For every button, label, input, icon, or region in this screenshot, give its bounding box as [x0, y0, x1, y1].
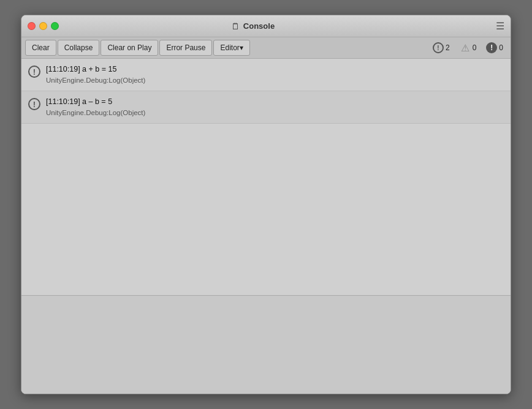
warning-badge[interactable]: ⚠ 0	[456, 41, 481, 54]
error-count: 0	[499, 43, 503, 52]
error-pause-button[interactable]: Error Pause	[159, 40, 212, 56]
log-entry-2[interactable]: ! [11:10:19] a – b = 5 UnityEngine.Debug…	[21, 91, 511, 124]
window-title: Console	[243, 21, 275, 31]
log-icon-1: !	[28, 65, 41, 78]
log-list: ! [11:10:19] a + b = 15 UnityEngine.Debu…	[21, 59, 511, 296]
title-section: 🗒 Console	[21, 21, 491, 31]
log-message-content-1: a + b = 15	[82, 65, 116, 73]
warning-icon: ⚠	[460, 42, 471, 53]
error-icon: !	[486, 42, 497, 53]
collapse-button[interactable]: Collapse	[58, 40, 100, 56]
clear-on-play-button[interactable]: Clear on Play	[101, 40, 158, 56]
console-window: 🗒 Console ☰ Clear Collapse Clear on Play…	[21, 15, 511, 394]
log-timestamp-1: [11:10:19]	[46, 65, 80, 73]
log-icon-2: !	[28, 97, 41, 111]
info-icon: !	[433, 42, 444, 53]
detail-pane	[21, 296, 511, 394]
info-circle-icon-1: !	[28, 66, 40, 78]
info-circle-icon-2: !	[28, 98, 40, 110]
title-bar: 🗒 Console ☰	[21, 15, 511, 37]
log-message-content-2: a – b = 5	[82, 97, 112, 106]
toolbar: Clear Collapse Clear on Play Error Pause…	[21, 37, 511, 59]
console-body: ! [11:10:19] a + b = 15 UnityEngine.Debu…	[21, 59, 511, 394]
badge-group: ! 2 ⚠ 0 ! 0	[429, 41, 507, 54]
log-text-1: [11:10:19] a + b = 15 UnityEngine.Debug:…	[46, 64, 145, 86]
warning-count: 0	[473, 43, 477, 52]
log-timestamp-2: [11:10:19]	[46, 97, 80, 106]
info-badge[interactable]: ! 2	[429, 41, 454, 54]
clear-button[interactable]: Clear	[25, 40, 56, 56]
editor-dropdown-button[interactable]: Editor ▾	[213, 40, 249, 56]
log-text-2: [11:10:19] a – b = 5 UnityEngine.Debug:L…	[46, 96, 145, 118]
menu-icon[interactable]: ☰	[496, 20, 504, 32]
log-source-1: UnityEngine.Debug:Log(Object)	[46, 75, 145, 86]
log-entry-1[interactable]: ! [11:10:19] a + b = 15 UnityEngine.Debu…	[21, 59, 511, 91]
error-badge[interactable]: ! 0	[482, 41, 507, 54]
log-source-2: UnityEngine.Debug:Log(Object)	[46, 108, 145, 118]
info-count: 2	[446, 43, 450, 52]
chevron-down-icon: ▾	[240, 43, 243, 52]
console-icon: 🗒	[231, 21, 240, 31]
